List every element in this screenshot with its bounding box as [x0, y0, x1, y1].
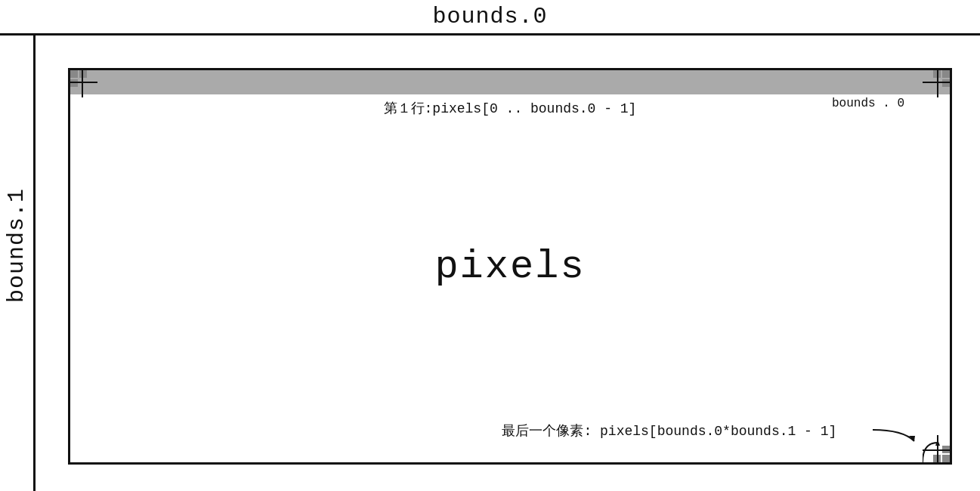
- left-axis-label: bounds.1: [4, 188, 29, 303]
- last-pixel-label: 最后一个像素: pixels[bounds.0*bounds.1 - 1]: [70, 422, 844, 440]
- main-diagram-box: 第１行:pixels[0 .. bounds.0 - 1] bounds . 0…: [68, 68, 952, 465]
- svg-rect-10: [942, 455, 950, 462]
- row1-label: 第１行:pixels[0 .. bounds.0 - 1]: [70, 99, 950, 117]
- svg-rect-0: [70, 70, 78, 78]
- left-label-area: bounds.1: [0, 0, 33, 491]
- corner-marker-top-right: [923, 70, 950, 97]
- corner-marker-top-left: [70, 70, 97, 97]
- top-rule: [0, 33, 980, 36]
- corner-marker-bottom-right: [923, 435, 950, 462]
- page-title: bounds.0: [432, 4, 547, 29]
- gray-top-bar: [70, 70, 950, 94]
- arrow-to-corner: [873, 415, 918, 449]
- header-area: bounds.0: [0, 0, 980, 33]
- bounds0-annotation: bounds . 0: [832, 97, 904, 110]
- center-label: pixels: [434, 244, 585, 289]
- left-rule: [33, 36, 36, 491]
- svg-rect-5: [942, 70, 950, 78]
